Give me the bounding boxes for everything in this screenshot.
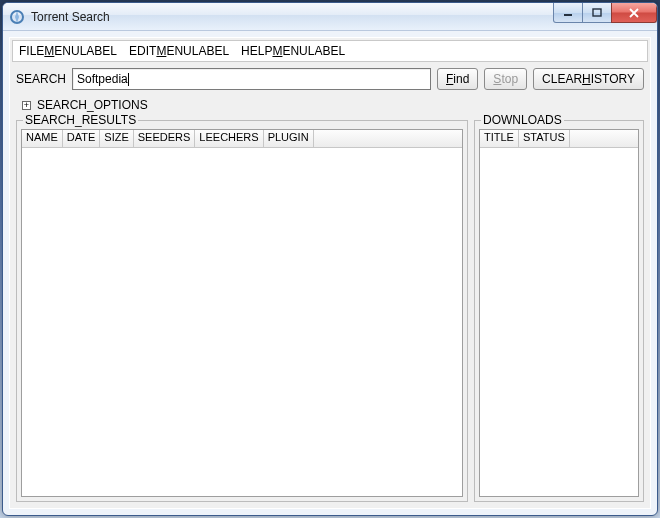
col-spacer-2: [570, 130, 638, 147]
results-listview[interactable]: NAME DATE SIZE SEEDERS LEECHERS PLUGIN: [21, 129, 463, 497]
app-icon: [9, 9, 25, 25]
search-bar: SEARCH Softpedia Find Stop CLEARHISTORY: [12, 62, 648, 94]
svg-rect-2: [593, 9, 601, 16]
downloads-group: DOWNLOADS TITLE STATUS: [474, 120, 644, 502]
window-title: Torrent Search: [31, 10, 110, 24]
menubar: FILEMENULABEL EDITMENULABEL HELPMENULABE…: [12, 40, 648, 62]
search-input[interactable]: Softpedia: [72, 68, 431, 90]
col-date[interactable]: DATE: [63, 130, 101, 147]
col-leechers[interactable]: LEECHERS: [195, 130, 263, 147]
find-button[interactable]: Find: [437, 68, 478, 90]
window-controls: [554, 3, 657, 23]
expand-icon[interactable]: +: [22, 101, 31, 110]
search-options-label: SEARCH_OPTIONS: [37, 98, 148, 112]
app-window: Torrent Search FILEMENULABEL EDITMENULAB…: [2, 2, 658, 516]
svg-rect-1: [564, 14, 572, 16]
titlebar[interactable]: Torrent Search: [3, 3, 657, 31]
col-size[interactable]: SIZE: [100, 130, 133, 147]
panels: SEARCH_RESULTS NAME DATE SIZE SEEDERS LE…: [12, 120, 648, 506]
search-results-title: SEARCH_RESULTS: [23, 113, 138, 127]
downloads-listview[interactable]: TITLE STATUS: [479, 129, 639, 497]
menu-help[interactable]: HELPMENULABEL: [241, 44, 345, 58]
downloads-rows: [480, 148, 638, 496]
stop-button[interactable]: Stop: [484, 68, 527, 90]
col-status[interactable]: STATUS: [519, 130, 570, 147]
minimize-button[interactable]: [553, 3, 583, 23]
text-cursor: [128, 73, 129, 86]
col-plugin[interactable]: PLUGIN: [264, 130, 314, 147]
col-spacer: [314, 130, 462, 147]
clear-history-button[interactable]: CLEARHISTORY: [533, 68, 644, 90]
col-name[interactable]: NAME: [22, 130, 63, 147]
menu-file[interactable]: FILEMENULABEL: [19, 44, 117, 58]
menu-edit[interactable]: EDITMENULABEL: [129, 44, 229, 58]
col-seeders[interactable]: SEEDERS: [134, 130, 196, 147]
close-button[interactable]: [611, 3, 657, 23]
results-columns: NAME DATE SIZE SEEDERS LEECHERS PLUGIN: [22, 130, 462, 148]
col-title[interactable]: TITLE: [480, 130, 519, 147]
client-area: FILEMENULABEL EDITMENULABEL HELPMENULABE…: [9, 37, 651, 509]
downloads-title: DOWNLOADS: [481, 113, 564, 127]
results-rows: [22, 148, 462, 496]
maximize-button[interactable]: [582, 3, 612, 23]
search-label: SEARCH: [16, 72, 66, 86]
search-input-value: Softpedia: [77, 72, 128, 86]
downloads-columns: TITLE STATUS: [480, 130, 638, 148]
search-results-group: SEARCH_RESULTS NAME DATE SIZE SEEDERS LE…: [16, 120, 468, 502]
